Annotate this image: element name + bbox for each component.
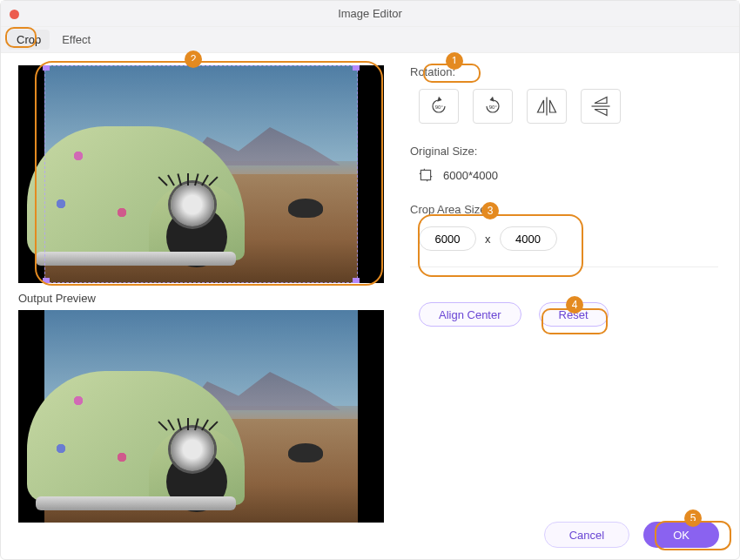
tab-crop[interactable]: Crop bbox=[8, 30, 50, 50]
rotate-ccw-button[interactable]: 90° bbox=[419, 89, 459, 124]
crop-height-input[interactable] bbox=[500, 226, 557, 251]
crop-width-input[interactable] bbox=[419, 226, 476, 251]
separator bbox=[410, 267, 718, 267]
original-size-value: 6000*4000 bbox=[443, 169, 498, 182]
original-size-row: 6000*4000 bbox=[419, 168, 718, 182]
dimensions-icon bbox=[419, 168, 433, 182]
ok-button[interactable]: OK bbox=[643, 522, 719, 548]
crop-area-size-label: Crop Area Size: bbox=[410, 203, 718, 216]
output-preview bbox=[18, 310, 384, 523]
rotate-ccw-icon: 90° bbox=[427, 94, 451, 118]
flip-horizontal-icon bbox=[535, 94, 559, 118]
flip-vertical-icon bbox=[589, 94, 613, 118]
crop-handle-br[interactable] bbox=[353, 278, 360, 283]
flip-horizontal-button[interactable] bbox=[527, 89, 567, 124]
dialog-footer: Cancel OK bbox=[544, 522, 719, 548]
svg-text:90°: 90° bbox=[489, 104, 498, 110]
crop-handle-tr[interactable] bbox=[353, 65, 360, 71]
tab-effect[interactable]: Effect bbox=[53, 30, 99, 50]
rotate-cw-icon: 90° bbox=[481, 94, 505, 118]
content-area: Output Preview Rotation: bbox=[1, 53, 739, 559]
crop-handle-tl[interactable] bbox=[43, 65, 50, 71]
crop-preview[interactable] bbox=[18, 65, 384, 283]
reset-button[interactable]: Reset bbox=[539, 302, 609, 327]
tab-bar: Crop Effect bbox=[1, 27, 739, 53]
cancel-button[interactable]: Cancel bbox=[544, 522, 629, 548]
right-panel: Rotation: 90° 90° Original Size: 6000*40… bbox=[401, 53, 739, 559]
original-size-label: Original Size: bbox=[410, 145, 718, 158]
rotation-button-row: 90° 90° bbox=[419, 89, 718, 124]
titlebar: Image Editor bbox=[1, 1, 739, 27]
image-editor-window: Image Editor Crop Effect bbox=[0, 0, 740, 560]
crop-area-inputs: x bbox=[419, 226, 718, 251]
photo-image-output bbox=[44, 310, 358, 523]
crop-action-row: Align Center Reset bbox=[419, 302, 718, 327]
crop-handle-bl[interactable] bbox=[43, 278, 50, 283]
crop-size-separator: x bbox=[485, 233, 491, 246]
window-title: Image Editor bbox=[338, 7, 402, 20]
flip-vertical-button[interactable] bbox=[581, 89, 621, 124]
output-preview-label: Output Preview bbox=[18, 292, 393, 305]
align-center-button[interactable]: Align Center bbox=[419, 302, 521, 327]
left-panel: Output Preview bbox=[1, 53, 401, 559]
rotation-label: Rotation: bbox=[410, 65, 718, 78]
svg-text:90°: 90° bbox=[435, 104, 444, 110]
crop-frame[interactable] bbox=[44, 65, 358, 283]
rotate-cw-button[interactable]: 90° bbox=[473, 89, 513, 124]
close-window-icon[interactable] bbox=[10, 10, 19, 19]
svg-rect-2 bbox=[420, 170, 430, 179]
